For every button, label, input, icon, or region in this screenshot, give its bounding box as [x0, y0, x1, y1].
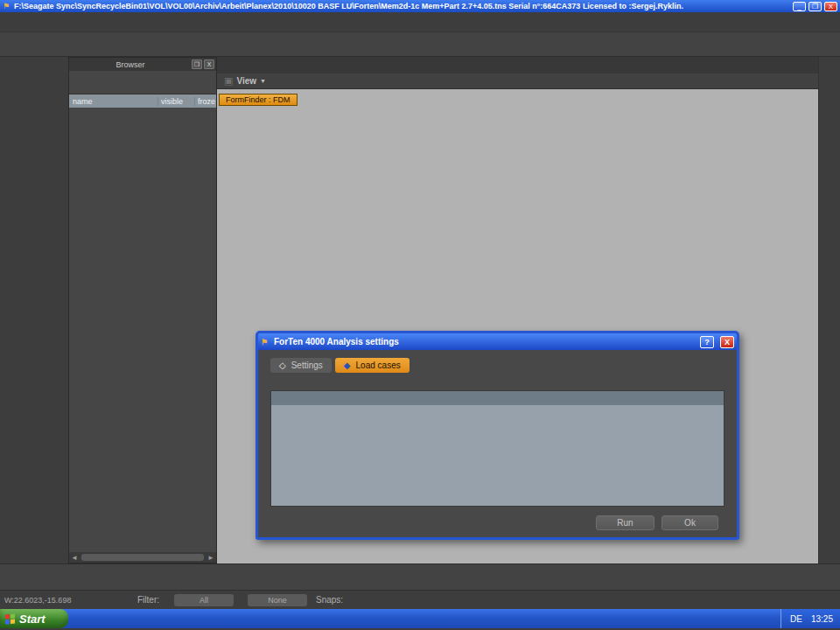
window-titlebar: ⚑ F:\Seagate Sync\SyncRecycleBin01\VOL\V…	[0, 0, 840, 12]
cursor-coordinates: W:22.6023,-15.698	[4, 596, 134, 605]
close-button[interactable]: X	[824, 2, 837, 11]
scroll-left-icon[interactable]: ◄	[69, 554, 80, 562]
run-button[interactable]: Run	[596, 515, 654, 530]
browser-panel: Browser ❐ X name visible froze ◄ ►	[68, 57, 217, 564]
clock[interactable]: 13:25	[811, 614, 833, 624]
left-toolbar-column-2	[27, 57, 54, 564]
bottom-toolbar	[0, 564, 840, 590]
dialog-icon: ⚑	[261, 338, 270, 346]
dialog-title: ForTen 4000 Analysis settings	[274, 337, 694, 346]
camera-icon: ▣	[224, 75, 233, 87]
restore-button[interactable]: ❐	[808, 2, 822, 11]
load-cases-table	[270, 390, 724, 507]
left-tool-strip	[0, 57, 54, 564]
dialog-footer: Run Ok	[270, 515, 724, 530]
tab-load-cases[interactable]: ◆ Load cases	[335, 358, 410, 373]
dialog-tabs: ◇ Settings ◆ Load cases	[270, 358, 724, 373]
column-visible[interactable]: visible	[158, 97, 195, 106]
panel-side-tabs	[54, 57, 68, 564]
settings-tab-icon: ◇	[279, 360, 286, 370]
load-cases-tab-icon: ◆	[344, 360, 351, 370]
panel-restore-icon[interactable]: ❐	[192, 60, 202, 69]
browser-panel-header: Browser ❐ X	[69, 58, 216, 71]
menu-bar	[0, 12, 840, 32]
dialog-close-button[interactable]: X	[720, 336, 734, 348]
browser-toolbar	[69, 71, 216, 94]
window-title: F:\Seagate Sync\SyncRecycleBin01\VOL\VOL…	[14, 2, 790, 10]
top-toolbar	[0, 32, 840, 57]
left-toolbar-column-1	[0, 57, 27, 564]
viewport-tabs	[217, 57, 818, 74]
dialog-titlebar[interactable]: ⚑ ForTen 4000 Analysis settings ? X	[258, 333, 737, 350]
column-frozen[interactable]: froze	[195, 97, 216, 106]
snaps-label: Snaps:	[316, 595, 343, 605]
browser-hscrollbar[interactable]: ◄ ►	[69, 552, 216, 563]
analysis-settings-dialog: ⚑ ForTen 4000 Analysis settings ? X ◇ Se…	[256, 331, 739, 540]
main-area: Browser ❐ X name visible froze ◄ ► ▣	[0, 57, 840, 564]
keyboard-language[interactable]: DE	[790, 614, 802, 624]
formfinder-badge: FormFinder : FDM	[219, 94, 298, 106]
tab-settings[interactable]: ◇ Settings	[270, 358, 332, 373]
windows-flag-icon	[5, 613, 15, 624]
system-tray: DE 13:25	[780, 609, 840, 628]
chevron-down-icon: ▼	[260, 78, 266, 84]
column-name[interactable]: name	[69, 97, 158, 106]
dialog-body: ◇ Settings ◆ Load cases	[258, 350, 737, 537]
minimize-button[interactable]: _	[793, 2, 806, 11]
scroll-thumb[interactable]	[81, 554, 204, 561]
filter-none-button[interactable]: None	[248, 594, 307, 606]
filter-label: Filter:	[137, 595, 159, 605]
browser-tree	[69, 108, 216, 552]
start-button[interactable]: Start	[0, 609, 68, 628]
tab-settings-label: Settings	[291, 360, 323, 370]
viewport: ▣ View ▼ FormFinder : FDM ⚑ ForTen 4000 …	[217, 57, 818, 564]
application-window: ⚑ F:\Seagate Sync\SyncRecycleBin01\VOL\V…	[0, 0, 840, 630]
dialog-help-button[interactable]: ?	[700, 336, 714, 348]
browser-panel-title: Browser	[71, 60, 190, 69]
right-tool-strip	[818, 57, 840, 564]
filter-all-button[interactable]: All	[174, 594, 234, 606]
view-menu[interactable]: ▣ View ▼	[224, 75, 266, 87]
scroll-right-icon[interactable]: ►	[206, 554, 216, 562]
app-icon: ⚑	[3, 2, 11, 10]
model-canvas[interactable]: FormFinder : FDM ⚑ ForTen 4000 Analysis …	[217, 89, 818, 564]
panel-close-icon[interactable]: X	[204, 60, 214, 69]
taskbar: Start DE 13:25	[0, 609, 840, 628]
tab-load-cases-label: Load cases	[356, 360, 401, 370]
view-menu-label: View	[236, 76, 256, 86]
browser-column-headers: name visible froze	[69, 94, 216, 108]
table-header-row	[271, 391, 724, 405]
status-filter-bar: W:22.6023,-15.698 Filter: All None Snaps…	[0, 590, 840, 609]
ok-button[interactable]: Ok	[662, 515, 718, 530]
view-toolbar: ▣ View ▼	[217, 74, 818, 89]
start-label: Start	[19, 612, 46, 626]
